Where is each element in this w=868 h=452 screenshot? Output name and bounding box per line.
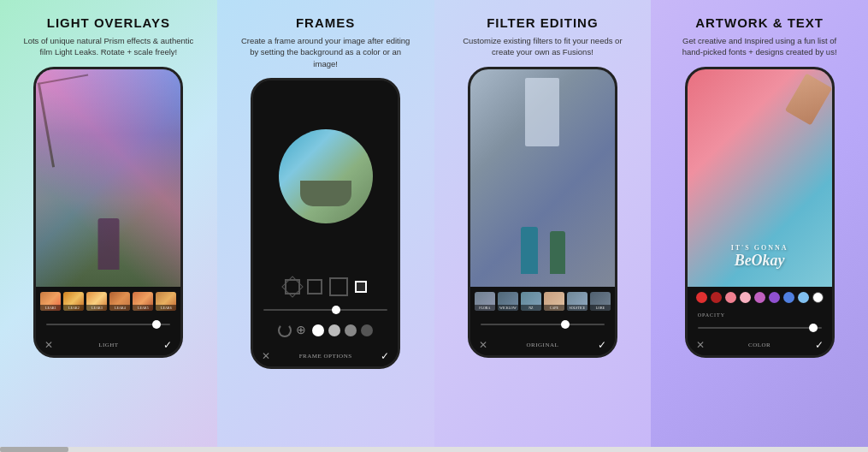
palette-violet[interactable] [769, 292, 780, 303]
thumb-label-solstice: SOLSTICE [567, 305, 588, 311]
rotate-icon[interactable] [278, 324, 292, 337]
filter-thumb-leak5[interactable]: LEAK5 [133, 292, 153, 311]
close-icon-1[interactable]: ✕ [44, 339, 53, 352]
feature-card-filter-editing: FILTER EDITING Customize existing filter… [434, 0, 652, 447]
thumb-label-wicklow: WICKLOW [498, 305, 518, 311]
slider-thumb-2[interactable] [332, 306, 340, 314]
waterfall-shape [525, 78, 559, 146]
filter-thumb-wicklow[interactable]: WICKLOW [498, 292, 518, 311]
card-desc-3: Customize existing filters to fit your n… [457, 35, 628, 58]
palette-blue[interactable] [783, 292, 794, 303]
feature-card-frames: FRAMES Create a frame around your image … [217, 0, 434, 447]
boat-shape [300, 181, 351, 206]
slider-track-2 [263, 309, 387, 311]
scrollbar-thumb[interactable] [0, 447, 68, 452]
slider-thumb-3[interactable] [561, 320, 570, 329]
phone-screen-4: IT'S GONNA BeOkay [688, 69, 832, 355]
filter-thumb-leak1[interactable]: LEAK1 [40, 292, 61, 311]
phone3-bottom-bar: FLORA WICKLOW NZ CAPE SOLSTICE LORE ✕ [470, 287, 615, 355]
slider-track-1 [46, 324, 170, 325]
filter-thumbnails-3: FLORA WICKLOW NZ CAPE SOLSTICE LORE [475, 292, 611, 311]
card-title-3: FILTER EDITING [487, 15, 598, 30]
filter-thumb-solstice[interactable]: SOLSTICE [567, 292, 588, 311]
thumb-label-1: LEAK1 [40, 305, 61, 311]
palette-light-pink[interactable] [740, 292, 751, 303]
color-dark-gray[interactable] [361, 324, 373, 336]
opacity-label: OPACITY [691, 312, 725, 318]
filter-thumb-leak2[interactable]: LEAK2 [63, 292, 84, 311]
person-shape-2 [550, 231, 565, 274]
card-desc-1: Lots of unique natural Prism effects & a… [23, 35, 194, 58]
filter-thumb-flora[interactable]: FLORA [475, 292, 495, 311]
opacity-slider[interactable] [691, 327, 829, 329]
phone-mockup-2: ⊕ ✕ FRAME OPTIONS ✓ [251, 78, 400, 369]
color-palette [696, 292, 824, 303]
confirm-icon-3[interactable]: ✓ [598, 339, 606, 352]
filter-thumb-leak3[interactable]: LEAK3 [86, 292, 107, 311]
person-silhouette [97, 218, 119, 270]
thumb-label-nz: NZ [521, 305, 541, 311]
phone3-background [470, 69, 615, 287]
color-gray[interactable] [345, 324, 357, 336]
palette-red[interactable] [696, 292, 707, 303]
phone1-bottom-bar: LEAK1 LEAK2 LEAK3 LEAK4 LEAK5 LEAK6 ✕ [36, 287, 180, 355]
frame-icon-small[interactable] [355, 281, 367, 293]
thumb-label-3: LEAK3 [86, 305, 107, 311]
frame-slider[interactable] [257, 309, 394, 311]
thumb-label-2: LEAK2 [63, 305, 84, 311]
filter-thumb-leak6[interactable]: LEAK6 [156, 292, 176, 311]
thumb-label-flora: FLORA [475, 305, 495, 311]
frame-circle-preview [279, 129, 373, 223]
feature-card-artwork-text: ARTWORK & TEXT Get creative and Inspired… [651, 0, 868, 447]
color-light-gray[interactable] [328, 324, 340, 336]
person-shape-1 [521, 227, 538, 274]
phone-screen-1: LEAK1 LEAK2 LEAK3 LEAK4 LEAK5 LEAK6 ✕ [36, 69, 180, 355]
confirm-icon-2[interactable]: ✓ [381, 350, 389, 363]
add-icon[interactable]: ⊕ [296, 324, 308, 336]
close-icon-3[interactable]: ✕ [479, 339, 487, 352]
bottom-label-3: ORIGINAL [526, 342, 558, 348]
palette-light-blue[interactable] [798, 292, 809, 303]
person-falling-shape [784, 73, 831, 125]
slider-thumb-1[interactable] [152, 320, 161, 329]
thumb-label-lore: LORE [590, 305, 611, 311]
filter-thumb-leak4[interactable]: LEAK4 [109, 292, 130, 311]
phone4-actions: ✕ COLOR ✓ [691, 339, 829, 352]
phone1-background [36, 69, 180, 287]
color-white[interactable] [312, 324, 324, 336]
card-title-4: ARTWORK & TEXT [695, 15, 824, 30]
light-slider[interactable] [39, 324, 177, 325]
filter-thumb-nz[interactable]: NZ [521, 292, 541, 311]
thumb-label-6: LEAK6 [156, 305, 176, 311]
frame-icon-diagonal[interactable] [285, 279, 300, 294]
thumb-label-4: LEAK4 [109, 305, 130, 311]
filter-thumb-lore[interactable]: LORE [590, 292, 611, 311]
bottom-label-1: LIGHT [98, 342, 119, 348]
frame-icon-square[interactable] [307, 279, 322, 294]
close-icon-2[interactable]: ✕ [262, 350, 270, 363]
card-title-1: LIGHT OVERLAYS [47, 15, 170, 30]
frame-icon-large[interactable] [329, 277, 348, 296]
phone4-background: IT'S GONNA BeOkay [688, 69, 832, 287]
phone-mockup-3: FLORA WICKLOW NZ CAPE SOLSTICE LORE ✕ [468, 67, 617, 358]
phone2-background [253, 80, 398, 272]
palette-white[interactable] [812, 292, 824, 303]
slider-track-3 [481, 324, 605, 325]
card-title-2: FRAMES [296, 15, 355, 30]
filter-thumb-cape[interactable]: CAPE [544, 292, 564, 311]
confirm-icon-1[interactable]: ✓ [163, 339, 172, 352]
close-icon-4[interactable]: ✕ [696, 339, 705, 352]
phone3-actions: ✕ ORIGINAL ✓ [474, 339, 611, 352]
phone-mockup-4: IT'S GONNA BeOkay [685, 67, 835, 358]
horizontal-scrollbar[interactable] [0, 447, 868, 452]
palette-purple[interactable] [754, 292, 765, 303]
color-circles: ⊕ [278, 324, 373, 337]
phone1-actions: ✕ LIGHT ✓ [39, 339, 177, 352]
filter-slider[interactable] [474, 324, 611, 325]
thumb-label-5: LEAK5 [133, 305, 153, 311]
phone2-actions: ✕ FRAME OPTIONS ✓ [257, 350, 394, 363]
confirm-icon-4[interactable]: ✓ [815, 339, 824, 352]
slider-thumb-4[interactable] [809, 324, 818, 332]
palette-dark-red[interactable] [711, 292, 722, 303]
palette-pink[interactable] [725, 292, 736, 303]
